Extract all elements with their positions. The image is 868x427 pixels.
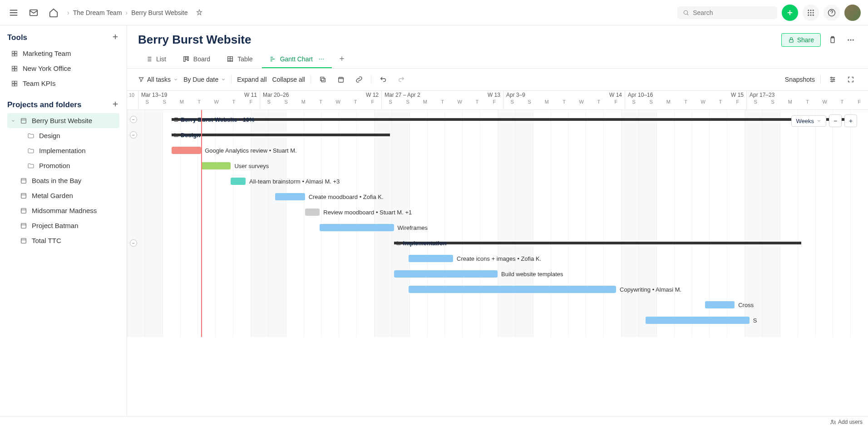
svg-point-3 bbox=[810, 10, 812, 11]
gantt-task-bar[interactable]: Build website templates bbox=[394, 270, 498, 278]
gantt-bar-label: Review moodboard • Stuart M. +1 bbox=[323, 209, 412, 216]
hamburger-icon[interactable] bbox=[7, 6, 20, 19]
sidebar-project-subitem[interactable]: Implementation bbox=[7, 143, 119, 158]
sidebar-project-item[interactable]: Berry Burst Website bbox=[7, 113, 119, 128]
gantt-task-bar[interactable]: Google Analytics review • Stuart M. bbox=[172, 147, 201, 154]
page-title: Berry Burst Website bbox=[138, 33, 252, 47]
home-icon[interactable] bbox=[47, 6, 60, 19]
gantt-task-bar[interactable]: Create moodboard • Zofia K. bbox=[275, 193, 305, 200]
collapse-all-button[interactable]: Collapse all bbox=[272, 76, 305, 83]
gantt-row: All-team brainstorm • Almasi M. +3 bbox=[127, 174, 868, 189]
link-icon[interactable] bbox=[353, 73, 365, 86]
svg-point-40 bbox=[321, 59, 322, 60]
svg-point-33 bbox=[850, 39, 852, 40]
sidebar: Tools Marketing TeamNew York OfficeTeam … bbox=[0, 25, 127, 416]
search-icon bbox=[683, 9, 689, 16]
avatar[interactable] bbox=[844, 5, 861, 21]
collapse-toggle[interactable]: − bbox=[130, 131, 137, 139]
gantt-summary-bar[interactable]: Implementation bbox=[394, 242, 802, 244]
share-button[interactable]: Share bbox=[781, 33, 821, 47]
breadcrumb-level2[interactable]: Berry Burst Website bbox=[131, 9, 187, 16]
add-tab-button[interactable] bbox=[334, 50, 350, 68]
gantt-task-bar[interactable]: Cross bbox=[705, 301, 735, 308]
filter-icon bbox=[138, 76, 144, 83]
help-icon[interactable] bbox=[824, 5, 840, 21]
gantt-task-bar[interactable]: User surveys bbox=[201, 162, 231, 169]
settings-icon[interactable] bbox=[826, 73, 839, 86]
gantt-task-bar[interactable]: Create icons + images • Zofia K. bbox=[409, 255, 453, 262]
gantt-bar-label: User surveys bbox=[234, 163, 269, 169]
svg-rect-35 bbox=[183, 56, 185, 61]
svg-rect-27 bbox=[21, 208, 26, 213]
sidebar-projects-title: Projects and folders bbox=[7, 100, 81, 109]
sidebar-item-label: Implementation bbox=[39, 147, 86, 154]
svg-rect-29 bbox=[21, 238, 26, 243]
undo-icon[interactable] bbox=[377, 73, 390, 86]
timeline-week: Apr 17–23SSMTWTF bbox=[746, 91, 868, 109]
gantt-bar-label: Google Analytics review • Stuart M. bbox=[205, 147, 297, 154]
sidebar-tool-item[interactable]: New York Office bbox=[7, 61, 119, 76]
more-icon[interactable] bbox=[844, 34, 857, 46]
gantt-bar-label: All-team brainstorm • Almasi M. +3 bbox=[249, 178, 340, 185]
sidebar-project-subitem[interactable]: Promotion bbox=[7, 158, 119, 173]
pin-icon[interactable] bbox=[193, 6, 206, 19]
tab-gantt-chart[interactable]: Gantt Chart bbox=[262, 51, 332, 68]
gantt-summary-bar[interactable]: Berry Burst Website • 10% bbox=[172, 118, 853, 121]
zoom-controls: Weeks − + bbox=[791, 114, 858, 127]
svg-point-7 bbox=[813, 12, 814, 13]
add-project-icon[interactable] bbox=[111, 100, 119, 109]
sort-dropdown[interactable]: By Due date bbox=[183, 76, 226, 83]
filter-dropdown[interactable]: All tasks bbox=[138, 76, 178, 83]
svg-rect-26 bbox=[21, 193, 26, 198]
copy-icon[interactable] bbox=[316, 73, 329, 86]
add-users-button[interactable]: Add users bbox=[830, 419, 863, 425]
sidebar-tool-item[interactable]: Marketing Team bbox=[7, 46, 119, 61]
gantt-bar-label: S bbox=[753, 317, 757, 324]
mail-icon[interactable] bbox=[27, 6, 40, 19]
gantt-row: Review moodboard • Stuart M. +1 bbox=[127, 204, 868, 220]
gantt-task-bar[interactable]: Wireframes bbox=[320, 224, 394, 231]
collapse-toggle[interactable]: − bbox=[130, 116, 137, 123]
collapse-toggle[interactable]: − bbox=[130, 239, 137, 247]
gantt-chart[interactable]: 10 Mar 13–19W 11SSMTWTFMar 20–26W 12SSMT… bbox=[127, 91, 868, 416]
zoom-out-button[interactable]: − bbox=[829, 114, 842, 127]
create-button[interactable] bbox=[782, 5, 798, 21]
zoom-in-button[interactable]: + bbox=[844, 114, 857, 127]
folder-icon bbox=[27, 162, 35, 169]
timeline-header: 10 Mar 13–19W 11SSMTWTFMar 20–26W 12SSMT… bbox=[127, 91, 868, 110]
gantt-bar-label: Wireframes bbox=[398, 224, 428, 231]
redo-icon[interactable] bbox=[395, 73, 408, 86]
gantt-task-bar[interactable]: S bbox=[646, 317, 749, 324]
gantt-task-bar[interactable]: All-team brainstorm • Almasi M. +3 bbox=[231, 178, 246, 185]
svg-point-41 bbox=[323, 59, 324, 60]
add-tool-icon[interactable] bbox=[111, 33, 119, 42]
gantt-task-bar[interactable]: Review moodboard • Stuart M. +1 bbox=[305, 209, 320, 216]
fullscreen-icon[interactable] bbox=[844, 73, 857, 86]
search-box[interactable] bbox=[677, 6, 777, 19]
today-line bbox=[201, 110, 202, 337]
sidebar-project-item[interactable]: Total TTC bbox=[7, 233, 119, 248]
sidebar-project-item[interactable]: Metal Garden bbox=[7, 188, 119, 203]
expand-all-button[interactable]: Expand all bbox=[237, 76, 266, 83]
tab-board[interactable]: Board bbox=[175, 51, 217, 68]
apps-icon[interactable] bbox=[803, 5, 819, 21]
sidebar-tool-item[interactable]: Team KPIs bbox=[7, 76, 119, 91]
tab-label: Gantt Chart bbox=[280, 55, 313, 63]
snapshots-button[interactable]: Snapshots bbox=[785, 76, 815, 83]
tab-list[interactable]: List bbox=[138, 51, 173, 68]
sidebar-project-item[interactable]: Midsommar Madness bbox=[7, 203, 119, 218]
gantt-summary-bar[interactable]: Design bbox=[172, 134, 390, 136]
gantt-task-bar[interactable]: Copywriting • Almasi M. bbox=[409, 286, 616, 293]
search-input[interactable] bbox=[693, 9, 772, 16]
calendar-icon[interactable] bbox=[335, 73, 347, 86]
svg-rect-30 bbox=[789, 40, 793, 42]
more-icon[interactable] bbox=[318, 56, 325, 62]
tab-table[interactable]: Table bbox=[219, 51, 260, 68]
sidebar-project-item[interactable]: Project Batman bbox=[7, 218, 119, 233]
breadcrumb-level1[interactable]: The Dream Team bbox=[73, 9, 122, 16]
zoom-level-dropdown[interactable]: Weeks bbox=[791, 115, 827, 127]
clipboard-icon[interactable] bbox=[826, 34, 839, 46]
sidebar-project-item[interactable]: Boats in the Bay bbox=[7, 173, 119, 188]
folder-icon bbox=[27, 132, 35, 139]
sidebar-project-subitem[interactable]: Design bbox=[7, 128, 119, 143]
